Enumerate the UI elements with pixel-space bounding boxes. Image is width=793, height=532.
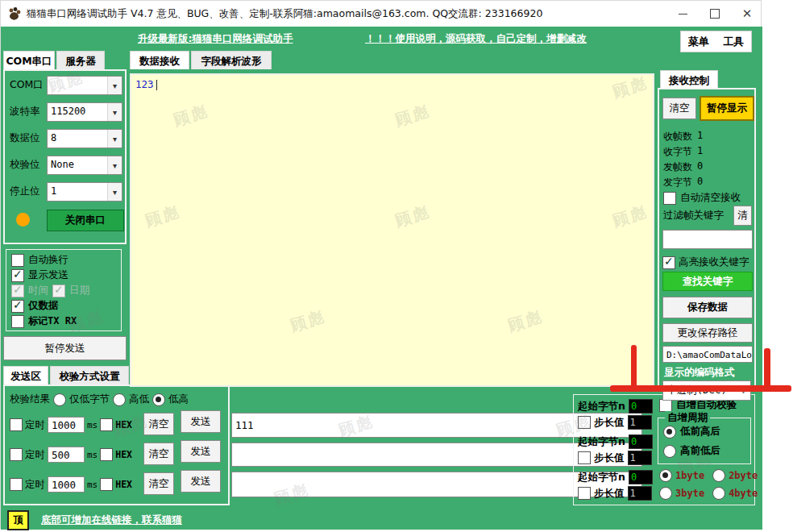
- receive-clear-button[interactable]: 清空: [662, 98, 696, 119]
- change-path-button[interactable]: 更改保存路径: [662, 323, 753, 343]
- highlight-label: 高亮接收关键字: [679, 256, 749, 269]
- highlight-checkbox[interactable]: [662, 256, 675, 269]
- step2-checkbox[interactable]: [578, 451, 591, 464]
- clear3-button[interactable]: 清空: [143, 472, 174, 495]
- data-bits-select[interactable]: 8: [47, 129, 122, 148]
- find-keyword-button[interactable]: 查找关键字: [662, 272, 753, 291]
- date-checkbox[interactable]: [52, 285, 65, 297]
- dropdown-arrow-icon[interactable]: [107, 156, 122, 174]
- help-link[interactable]: ！！！使用说明，源码获取，自己定制，增删减改: [365, 32, 587, 46]
- footer-link[interactable]: 底部可增加在线链接，联系猫猫: [41, 513, 182, 527]
- data-only-option[interactable]: 仅数据: [11, 299, 59, 313]
- dropdown-arrow-icon[interactable]: [107, 130, 122, 148]
- timer3-checkbox[interactable]: [10, 478, 23, 491]
- mode-high-low-radio[interactable]: [113, 393, 126, 406]
- tab-receive-data[interactable]: 数据接收: [130, 51, 189, 69]
- timer1-ms-label: ms: [87, 420, 98, 430]
- menu-button[interactable]: 菜单: [688, 35, 709, 49]
- step-row: 步长值 1: [578, 415, 652, 430]
- mark-txrx-checkbox[interactable]: [11, 315, 24, 328]
- scroll-top-button[interactable]: 顶: [7, 510, 29, 530]
- hex3-checkbox[interactable]: [100, 478, 113, 491]
- tab-send-area[interactable]: 发送区: [3, 366, 48, 384]
- timer2-interval-input[interactable]: [48, 447, 85, 463]
- dropdown-arrow-icon[interactable]: [107, 183, 122, 201]
- window-title: 猫猫串口网络调试助手 V4.7 意见、BUG、改善、定制-联系阿猫:amaoma…: [27, 7, 542, 21]
- mode-low-high-radio[interactable]: [152, 393, 165, 406]
- close-button[interactable]: ✕: [741, 8, 753, 19]
- title-bar: 猫猫串口网络调试助手 V4.7 意见、BUG、改善、定制-联系阿猫:amaoma…: [1, 1, 761, 27]
- auto-clear-option[interactable]: 自动清空接收: [663, 191, 741, 205]
- step3-input[interactable]: 1: [628, 486, 652, 501]
- byte-2-radio[interactable]: [712, 469, 725, 482]
- pause-send-button[interactable]: 暂停发送: [3, 336, 127, 360]
- dropdown-arrow-icon[interactable]: [107, 77, 122, 94]
- checksum-result-row: 校验结果 仅低字节 高低 低高: [10, 393, 189, 406]
- order-high-first-radio[interactable]: [663, 445, 676, 458]
- clear1-button[interactable]: 清空: [143, 413, 174, 435]
- highlight-option[interactable]: 高亮接收关键字: [662, 256, 749, 269]
- close-serial-button[interactable]: 关闭串口: [47, 210, 124, 231]
- hex3-label: HEX: [115, 479, 132, 490]
- serial-settings-panel: COM口 波特率 115200 数据位 8 校验位 None: [3, 69, 127, 244]
- tab-com-serial[interactable]: COM串口: [3, 51, 55, 69]
- filter-keyword-input[interactable]: [662, 230, 753, 249]
- send2-button[interactable]: 发送: [181, 440, 221, 463]
- clear2-button[interactable]: 清空: [143, 443, 174, 465]
- dropdown-arrow-icon[interactable]: [107, 103, 122, 121]
- auto-newline-option[interactable]: 自动换行: [11, 253, 69, 267]
- tab-waveform[interactable]: 字段解析波形: [191, 51, 272, 69]
- order-low-first-option[interactable]: 低前高后: [663, 425, 720, 438]
- baud-rate-select[interactable]: 115200: [47, 102, 122, 122]
- timer1-checkbox[interactable]: [10, 418, 23, 431]
- save-path-field[interactable]: D:\amaoComDataLo: [662, 346, 753, 363]
- mode-low-byte-radio[interactable]: [53, 393, 66, 406]
- display-options-panel: 自动换行 显示发送 时间 日期 仅数据 标记TX RX: [6, 249, 122, 331]
- minimize-button[interactable]: [677, 8, 688, 19]
- parity-select[interactable]: None: [47, 156, 122, 175]
- step1-input[interactable]: 1: [628, 415, 652, 430]
- time-date-option[interactable]: 时间 日期: [11, 284, 89, 297]
- tab-server[interactable]: 服务器: [56, 51, 105, 69]
- timer3-interval-input[interactable]: [48, 476, 85, 493]
- maximize-button[interactable]: [709, 8, 720, 19]
- order-low-first-label: 低前高后: [680, 425, 720, 438]
- step3-checkbox[interactable]: [578, 487, 591, 500]
- show-send-option[interactable]: 显示发送: [11, 268, 69, 282]
- receive-text-area[interactable]: 123: [130, 73, 654, 387]
- auto-clear-checkbox[interactable]: [663, 192, 676, 205]
- tab-checksum-settings[interactable]: 校验方式设置: [50, 366, 129, 384]
- step1-checkbox[interactable]: [578, 416, 591, 429]
- time-checkbox[interactable]: [11, 285, 24, 297]
- start-byte2-input[interactable]: 0: [629, 434, 653, 449]
- order-low-first-radio[interactable]: [663, 426, 676, 438]
- data-only-checkbox[interactable]: [11, 300, 24, 313]
- encoding-label: 显示的编码格式: [664, 366, 735, 380]
- byte-1-radio[interactable]: [659, 469, 672, 482]
- tools-button[interactable]: 工具: [723, 35, 744, 49]
- stop-bits-select[interactable]: 1: [47, 182, 122, 202]
- start-byte1-input[interactable]: 0: [629, 399, 653, 414]
- send1-button[interactable]: 发送: [181, 410, 221, 433]
- tab-receive-control[interactable]: 接收控制: [660, 70, 718, 89]
- upgrade-link[interactable]: 升级最新版:猫猫串口网络调试助手: [138, 32, 293, 46]
- mark-txrx-option[interactable]: 标记TX RX: [11, 314, 77, 328]
- hex1-checkbox[interactable]: [100, 418, 113, 431]
- show-send-checkbox[interactable]: [11, 269, 24, 282]
- pause-display-button[interactable]: 暂停显示: [700, 96, 754, 121]
- receive-content: 123: [135, 78, 154, 90]
- byte-3-radio[interactable]: [659, 487, 672, 500]
- timer1-interval-input[interactable]: [48, 417, 85, 433]
- save-data-button[interactable]: 保存数据: [662, 297, 753, 318]
- order-high-first-option[interactable]: 高前低后: [663, 444, 720, 458]
- filter-clear-button[interactable]: 清: [733, 206, 752, 226]
- start-byte3-input[interactable]: 0: [629, 470, 653, 484]
- timer2-checkbox[interactable]: [10, 448, 23, 461]
- hex2-checkbox[interactable]: [100, 448, 113, 461]
- auto-newline-checkbox[interactable]: [11, 254, 24, 267]
- send3-button[interactable]: 发送: [181, 470, 221, 493]
- step2-input[interactable]: 1: [628, 451, 652, 465]
- com-port-select[interactable]: [47, 76, 122, 95]
- byte-4-radio[interactable]: [712, 487, 725, 500]
- com-port-row: COM口: [10, 78, 44, 92]
